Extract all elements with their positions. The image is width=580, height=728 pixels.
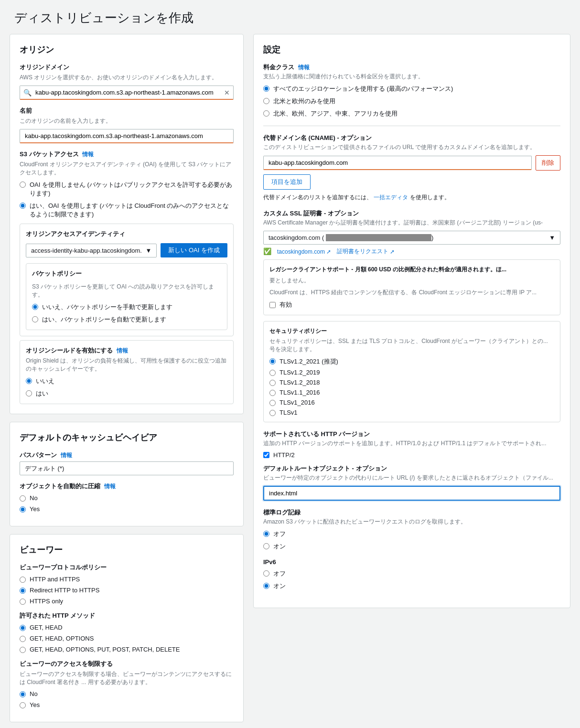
tls-1-option[interactable]: TLSv1 [269,409,554,416]
bucket-policy-manual-radio[interactable] [32,304,38,310]
chevron-down-icon: ▼ [146,247,152,254]
origin-shield-desc: Origin Shield は、オリジンの負荷を軽減し、可用性を保護するのに役立… [26,357,227,373]
tls-122021-option[interactable]: TLSv1.2_2021 (推奨) [269,357,554,366]
oai-new-btn[interactable]: 新しい OAI を作成 [161,243,227,257]
http-get-head-option[interactable]: GET, HEAD [20,624,234,631]
origin-shield-info-link[interactable]: 情報 [117,347,128,354]
origin-shield-no-radio[interactable] [26,378,32,384]
origin-shield-no-option[interactable]: いいえ [26,377,227,385]
oai-no-radio[interactable] [20,182,26,188]
tls-112016-option[interactable]: TLSv1.1_2016 [269,389,554,396]
restrict-no-radio[interactable] [20,691,26,697]
legacy-checkbox-input[interactable] [269,302,276,308]
ssl-cert-value: tacoskingdom.com ( █████████████████████… [269,234,549,241]
http-get-head-radio[interactable] [20,625,26,631]
pricing-na-eu-radio[interactable] [263,98,269,104]
tls-122018-radio[interactable] [269,380,276,386]
ipv6-off-radio[interactable] [263,570,269,577]
protocol-https-only-radio[interactable] [20,599,26,605]
restrict-yes-radio[interactable] [20,702,26,708]
restrict-no-option[interactable]: No [20,690,234,697]
ssl-cert-dropdown[interactable]: tacoskingdom.com ( █████████████████████… [263,231,560,245]
cname-input[interactable] [263,156,532,170]
http-all-option[interactable]: GET, HEAD, OPTIONS, PUT, POST, PATCH, DE… [20,646,234,653]
clear-icon[interactable]: ✕ [224,89,230,96]
ipv6-on-radio[interactable] [263,583,269,589]
legacy-desc2: 要としません。 [269,277,554,285]
tls-122018-option[interactable]: TLSv1.2_2018 [269,379,554,386]
legacy-section: レガシークライアントサポート - 月額 600 USD の比例配分された料金が適… [263,259,560,315]
tls-12016-option[interactable]: TLSv1_2016 [269,399,554,406]
ipv6-radio-group: オフ オン [263,569,560,590]
http-methods-label: 許可された HTTP メソッド [20,611,234,620]
oai-yes-radio[interactable] [20,203,26,209]
path-pattern-info-link[interactable]: 情報 [61,452,72,459]
tls-122021-radio[interactable] [269,358,276,364]
origin-shield-yes-radio[interactable] [26,390,32,396]
bulk-edit-link[interactable]: 一括エディタ [374,194,408,201]
cert-domain-link[interactable]: tacoskingdom.com ➚ [277,247,331,256]
security-desc: セキュリティポリシーは、SSL または TLS プロトコルと、CloudFron… [269,337,554,353]
protocol-radio-group: HTTP and HTTPS Redirect HTTP to HTTPS HT… [20,576,234,605]
http-all-radio[interactable] [20,647,26,653]
compress-yes-option[interactable]: Yes [20,505,234,513]
origin-domain-label: オリジンドメイン [20,63,234,72]
pricing-na-eu-option[interactable]: 北米と欧州のみを使用 [263,97,560,106]
pricing-info-link[interactable]: 情報 [298,64,310,71]
bucket-policy-desc: S3 バケットポリシーを更新して OAI への読み取りアクセスを許可します。 [32,283,221,299]
ipv6-off-option[interactable]: オフ [263,569,560,578]
ipv6-label: IPv6 [263,558,560,566]
http-get-head-options-radio[interactable] [20,636,26,642]
compress-yes-radio[interactable] [20,506,26,513]
tls-122019-radio[interactable] [269,370,276,376]
http2-checkbox[interactable] [263,452,269,458]
oai-dropdown[interactable]: access-identity-kabu-app.tacoskingdom. ▼ [26,244,157,257]
legacy-checkbox[interactable]: 有効 [269,300,554,309]
protocol-label: ビューワープロトコルポリシー [20,563,234,572]
s3-access-info-link[interactable]: 情報 [82,151,94,158]
cname-add-btn[interactable]: 項目を追加 [263,174,311,190]
bucket-policy-auto-option[interactable]: はい、バケットポリシーを自動で更新します [32,315,221,324]
compress-no-option[interactable]: No [20,494,234,502]
tls-1-radio[interactable] [269,410,276,416]
compress-info-link[interactable]: 情報 [104,483,116,490]
logging-off-option[interactable]: オフ [263,530,560,538]
bucket-policy-manual-option[interactable]: いいえ、バケットポリシーを手動で更新します [32,303,221,311]
origin-shield-yes-option[interactable]: はい [26,389,227,398]
origin-section: オリジン オリジンドメイン AWS オリジンを選択するか、お使いのオリジンのドメ… [10,34,244,414]
cert-request-link[interactable]: 証明書をリクエスト ➚ [337,247,395,256]
tls-12016-radio[interactable] [269,400,276,406]
protocol-http-https-option[interactable]: HTTP and HTTPS [20,576,234,583]
logging-off-radio[interactable] [263,531,269,537]
pricing-all-option[interactable]: すべてのエッジロケーションを使用する (最高のパフォーマンス) [263,85,560,93]
page-container: ディストリビューションを作成 オリジン オリジンドメイン AWS オリジンを選択… [0,0,580,728]
logging-on-option[interactable]: オン [263,542,560,551]
cert-links: ✅ tacoskingdom.com ➚ 証明書をリクエスト ➚ [263,247,560,256]
logging-on-radio[interactable] [263,543,269,549]
tls-options: TLSv1.2_2021 (推奨) TLSv1.2_2019 TLSv1.2_2… [269,357,554,416]
compress-no-radio[interactable] [20,495,26,502]
left-panel: オリジン オリジンドメイン AWS オリジンを選択するか、お使いのオリジンのドメ… [10,34,244,728]
oai-no-option[interactable]: OAI を使用しません (バケットはパブリックアクセスを許可する必要があります) [20,181,234,198]
oai-yes-option[interactable]: はい、OAI を使用します (バケットは CloudFront のみへのアクセス… [20,202,234,219]
origin-domain-input[interactable] [20,86,234,100]
protocol-http-https-radio[interactable] [20,577,26,583]
tls-122019-option[interactable]: TLSv1.2_2019 [269,369,554,376]
default-root-input[interactable] [263,486,560,501]
path-pattern-input[interactable] [20,461,234,475]
oai-subsection-title: オリジンアクセスアイデンティティ [26,230,227,238]
pricing-na-eu-asia-option[interactable]: 北米、欧州、アジア、中東、アフリカを使用 [263,109,560,118]
protocol-redirect-option[interactable]: Redirect HTTP to HTTPS [20,587,234,594]
protocol-redirect-radio[interactable] [20,588,26,594]
protocol-https-only-option[interactable]: HTTPS only [20,598,234,605]
pricing-all-radio[interactable] [263,86,269,92]
name-input[interactable] [20,129,234,143]
bucket-policy-auto-radio[interactable] [32,316,38,322]
cname-delete-btn[interactable]: 削除 [536,155,560,171]
restrict-yes-option[interactable]: Yes [20,701,234,708]
tls-112016-radio[interactable] [269,390,276,396]
pricing-na-eu-asia-radio[interactable] [263,110,269,117]
origin-domain-input-wrapper: 🔍 ✕ [20,86,234,100]
http-get-head-options-option[interactable]: GET, HEAD, OPTIONS [20,635,234,642]
ipv6-on-option[interactable]: オン [263,582,560,590]
